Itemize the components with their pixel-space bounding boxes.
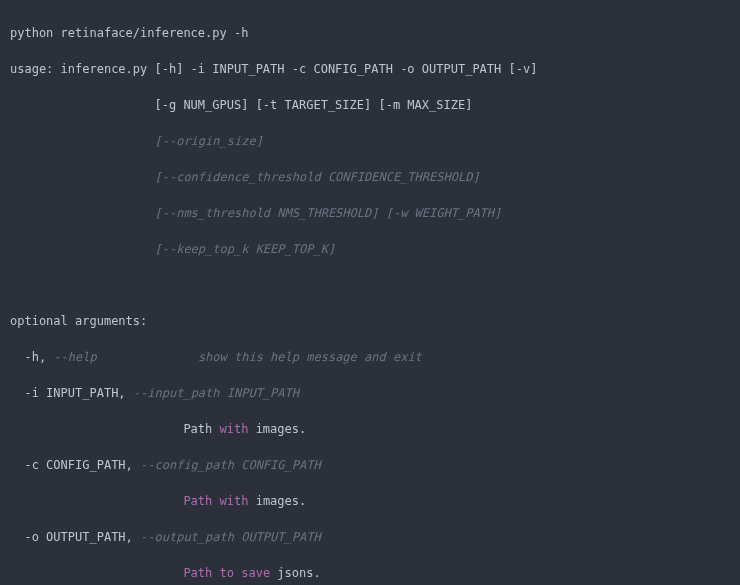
arg-flag: -c CONFIG_PATH,	[10, 458, 140, 472]
keyword-with: with	[220, 422, 249, 436]
arg-help: -h, --help show this help message and ex…	[10, 348, 730, 366]
spacer	[97, 350, 198, 364]
arg-input-path: -i INPUT_PATH, --input_path INPUT_PATH	[10, 384, 730, 402]
terminal-output: python retinaface/inference.py -h usage:…	[0, 0, 740, 585]
arg-output-path: -o OUTPUT_PATH, --output_path OUTPUT_PAT…	[10, 528, 730, 546]
usage-line-5: [--nms_threshold NMS_THRESHOLD] [-w WEIG…	[10, 204, 730, 222]
arg-long: --output_path OUTPUT_PATH	[140, 530, 321, 544]
arg-desc-pre: Path	[10, 422, 220, 436]
arg-desc-post: images.	[248, 494, 306, 508]
usage-line-3: [--origin_size]	[10, 132, 730, 150]
arg-flag: -i INPUT_PATH,	[10, 386, 133, 400]
arg-desc: show this help message and exit	[198, 350, 422, 364]
usage-line-6: [--keep_top_k KEEP_TOP_K]	[10, 240, 730, 258]
arg-desc-post: images.	[248, 422, 306, 436]
blank-line	[10, 276, 730, 294]
arg-long: --config_path CONFIG_PATH	[140, 458, 321, 472]
keyword-path: Path	[10, 566, 212, 580]
arg-flag: -o OUTPUT_PATH,	[10, 530, 140, 544]
keyword-save: save	[241, 566, 270, 580]
arg-long: --input_path INPUT_PATH	[133, 386, 299, 400]
section-header: optional arguments:	[10, 312, 730, 330]
arg-config-path-desc: Path with images.	[10, 492, 730, 510]
arg-desc-post: jsons.	[270, 566, 321, 580]
arg-flag: -h,	[10, 350, 53, 364]
arg-long: --help	[53, 350, 96, 364]
usage-line-1: usage: inference.py [-h] -i INPUT_PATH -…	[10, 60, 730, 78]
usage-line-2: [-g NUM_GPUS] [-t TARGET_SIZE] [-m MAX_S…	[10, 96, 730, 114]
keyword-to: to	[220, 566, 234, 580]
arg-output-path-desc: Path to save jsons.	[10, 564, 730, 582]
arg-input-path-desc: Path with images.	[10, 420, 730, 438]
arg-config-path: -c CONFIG_PATH, --config_path CONFIG_PAT…	[10, 456, 730, 474]
keyword-path: Path	[10, 494, 212, 508]
keyword-with: with	[220, 494, 249, 508]
usage-line-4: [--confidence_threshold CONFIDENCE_THRES…	[10, 168, 730, 186]
space	[212, 494, 219, 508]
command-line: python retinaface/inference.py -h	[10, 24, 730, 42]
space	[212, 566, 219, 580]
